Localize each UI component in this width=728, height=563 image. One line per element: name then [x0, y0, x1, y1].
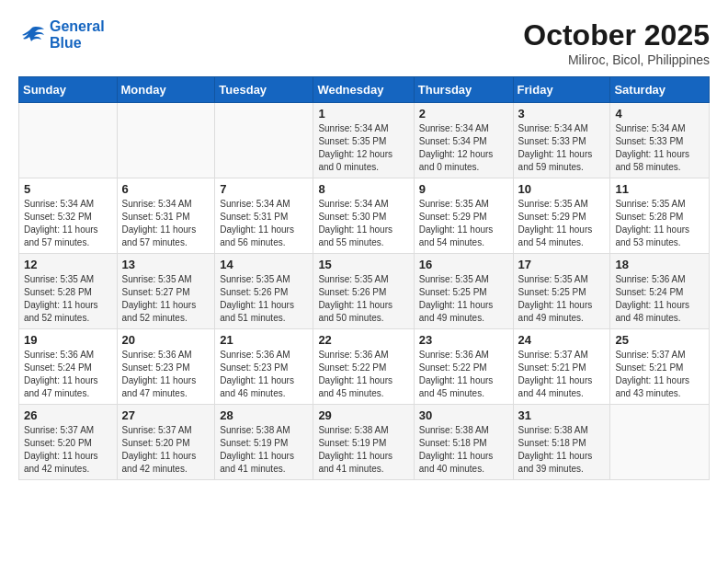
- calendar-cell: 11Sunrise: 5:35 AMSunset: 5:28 PMDayligh…: [610, 178, 710, 254]
- calendar-week-row: 5Sunrise: 5:34 AMSunset: 5:32 PMDaylight…: [19, 178, 710, 254]
- calendar-cell: 10Sunrise: 5:35 AMSunset: 5:29 PMDayligh…: [513, 178, 610, 254]
- calendar-cell: 12Sunrise: 5:35 AMSunset: 5:28 PMDayligh…: [19, 254, 118, 329]
- calendar-cell: 18Sunrise: 5:36 AMSunset: 5:24 PMDayligh…: [610, 254, 710, 329]
- day-info: Sunrise: 5:36 AMSunset: 5:22 PMDaylight:…: [419, 349, 508, 400]
- day-info: Sunrise: 5:34 AMSunset: 5:33 PMDaylight:…: [615, 122, 704, 174]
- header: General Blue October 2025 Miliroc, Bicol…: [18, 18, 710, 67]
- calendar-cell: 30Sunrise: 5:38 AMSunset: 5:18 PMDayligh…: [414, 405, 513, 480]
- day-info: Sunrise: 5:34 AMSunset: 5:30 PMDaylight:…: [318, 198, 408, 249]
- day-info: Sunrise: 5:38 AMSunset: 5:19 PMDaylight:…: [318, 424, 408, 476]
- calendar-cell: 22Sunrise: 5:36 AMSunset: 5:22 PMDayligh…: [313, 329, 414, 405]
- calendar-cell: 2Sunrise: 5:34 AMSunset: 5:34 PMDaylight…: [414, 103, 513, 178]
- calendar-cell: 21Sunrise: 5:36 AMSunset: 5:23 PMDayligh…: [215, 329, 313, 405]
- day-number: 6: [122, 182, 210, 196]
- calendar-cell: 3Sunrise: 5:34 AMSunset: 5:33 PMDaylight…: [513, 103, 610, 178]
- calendar-cell: 23Sunrise: 5:36 AMSunset: 5:22 PMDayligh…: [414, 329, 513, 405]
- day-number: 25: [615, 333, 704, 347]
- day-number: 2: [419, 107, 508, 121]
- day-number: 15: [318, 258, 408, 271]
- day-number: 10: [518, 182, 606, 196]
- day-number: 7: [220, 182, 308, 196]
- calendar-cell: 9Sunrise: 5:35 AMSunset: 5:29 PMDaylight…: [414, 178, 513, 254]
- calendar-cell: 4Sunrise: 5:34 AMSunset: 5:33 PMDaylight…: [610, 103, 710, 178]
- day-info: Sunrise: 5:36 AMSunset: 5:23 PMDaylight:…: [122, 349, 210, 400]
- day-info: Sunrise: 5:35 AMSunset: 5:25 PMDaylight:…: [518, 273, 606, 325]
- calendar-cell: 1Sunrise: 5:34 AMSunset: 5:35 PMDaylight…: [313, 103, 414, 178]
- calendar-cell: 14Sunrise: 5:35 AMSunset: 5:26 PMDayligh…: [215, 254, 313, 329]
- day-number: 24: [518, 333, 606, 347]
- logo-icon: [18, 24, 46, 46]
- calendar-cell: 29Sunrise: 5:38 AMSunset: 5:19 PMDayligh…: [313, 405, 414, 480]
- calendar-cell: 15Sunrise: 5:35 AMSunset: 5:26 PMDayligh…: [313, 254, 414, 329]
- day-number: 20: [122, 333, 210, 347]
- calendar-week-row: 26Sunrise: 5:37 AMSunset: 5:20 PMDayligh…: [19, 405, 710, 480]
- day-number: 12: [24, 258, 112, 271]
- day-info: Sunrise: 5:35 AMSunset: 5:28 PMDaylight:…: [24, 273, 112, 325]
- day-info: Sunrise: 5:38 AMSunset: 5:18 PMDaylight:…: [518, 424, 606, 476]
- calendar-cell: 20Sunrise: 5:36 AMSunset: 5:23 PMDayligh…: [117, 329, 215, 405]
- calendar-cell: 28Sunrise: 5:38 AMSunset: 5:19 PMDayligh…: [215, 405, 313, 480]
- day-number: 14: [220, 258, 308, 271]
- day-number: 11: [615, 182, 704, 196]
- day-info: Sunrise: 5:34 AMSunset: 5:32 PMDaylight:…: [24, 198, 112, 249]
- day-number: 1: [318, 107, 408, 121]
- day-info: Sunrise: 5:37 AMSunset: 5:20 PMDaylight:…: [24, 424, 112, 476]
- month-title: October 2025: [523, 18, 710, 52]
- weekday-header-tuesday: Tuesday: [215, 77, 313, 103]
- day-number: 22: [318, 333, 408, 347]
- logo: General Blue: [18, 18, 105, 51]
- day-number: 26: [24, 408, 112, 422]
- calendar-week-row: 1Sunrise: 5:34 AMSunset: 5:35 PMDaylight…: [19, 103, 710, 178]
- day-info: Sunrise: 5:36 AMSunset: 5:24 PMDaylight:…: [615, 273, 704, 325]
- calendar-cell: 16Sunrise: 5:35 AMSunset: 5:25 PMDayligh…: [414, 254, 513, 329]
- day-info: Sunrise: 5:35 AMSunset: 5:26 PMDaylight:…: [220, 273, 308, 325]
- day-info: Sunrise: 5:38 AMSunset: 5:18 PMDaylight:…: [419, 424, 508, 476]
- calendar-cell: [610, 405, 710, 480]
- day-info: Sunrise: 5:37 AMSunset: 5:21 PMDaylight:…: [518, 349, 606, 400]
- day-info: Sunrise: 5:37 AMSunset: 5:21 PMDaylight:…: [615, 349, 704, 400]
- calendar-table: SundayMondayTuesdayWednesdayThursdayFrid…: [18, 76, 710, 480]
- calendar-cell: 17Sunrise: 5:35 AMSunset: 5:25 PMDayligh…: [513, 254, 610, 329]
- day-info: Sunrise: 5:36 AMSunset: 5:22 PMDaylight:…: [318, 349, 408, 400]
- day-info: Sunrise: 5:34 AMSunset: 5:31 PMDaylight:…: [220, 198, 308, 249]
- day-info: Sunrise: 5:37 AMSunset: 5:20 PMDaylight:…: [122, 424, 210, 476]
- calendar-cell: 25Sunrise: 5:37 AMSunset: 5:21 PMDayligh…: [610, 329, 710, 405]
- weekday-header-saturday: Saturday: [610, 77, 710, 103]
- calendar-cell: 31Sunrise: 5:38 AMSunset: 5:18 PMDayligh…: [513, 405, 610, 480]
- calendar-cell: 26Sunrise: 5:37 AMSunset: 5:20 PMDayligh…: [19, 405, 118, 480]
- day-info: Sunrise: 5:38 AMSunset: 5:19 PMDaylight:…: [220, 424, 308, 476]
- day-number: 28: [220, 408, 308, 422]
- weekday-header-friday: Friday: [513, 77, 610, 103]
- calendar-week-row: 12Sunrise: 5:35 AMSunset: 5:28 PMDayligh…: [19, 254, 710, 329]
- day-info: Sunrise: 5:35 AMSunset: 5:28 PMDaylight:…: [615, 198, 704, 249]
- day-info: Sunrise: 5:35 AMSunset: 5:29 PMDaylight:…: [518, 198, 606, 249]
- calendar-week-row: 19Sunrise: 5:36 AMSunset: 5:24 PMDayligh…: [19, 329, 710, 405]
- day-number: 16: [419, 258, 508, 271]
- calendar-cell: [19, 103, 118, 178]
- day-number: 3: [518, 107, 606, 121]
- day-number: 17: [518, 258, 606, 271]
- calendar-cell: 8Sunrise: 5:34 AMSunset: 5:30 PMDaylight…: [313, 178, 414, 254]
- title-area: October 2025 Miliroc, Bicol, Philippines: [523, 18, 710, 67]
- day-number: 8: [318, 182, 408, 196]
- day-info: Sunrise: 5:34 AMSunset: 5:35 PMDaylight:…: [318, 122, 408, 174]
- day-number: 31: [518, 408, 606, 422]
- weekday-header-sunday: Sunday: [19, 77, 118, 103]
- day-number: 27: [122, 408, 210, 422]
- day-number: 18: [615, 258, 704, 271]
- calendar-cell: 7Sunrise: 5:34 AMSunset: 5:31 PMDaylight…: [215, 178, 313, 254]
- calendar-cell: 6Sunrise: 5:34 AMSunset: 5:31 PMDaylight…: [117, 178, 215, 254]
- day-number: 5: [24, 182, 112, 196]
- calendar-cell: 19Sunrise: 5:36 AMSunset: 5:24 PMDayligh…: [19, 329, 118, 405]
- day-info: Sunrise: 5:35 AMSunset: 5:26 PMDaylight:…: [318, 273, 408, 325]
- day-number: 19: [24, 333, 112, 347]
- calendar-cell: 13Sunrise: 5:35 AMSunset: 5:27 PMDayligh…: [117, 254, 215, 329]
- day-info: Sunrise: 5:36 AMSunset: 5:24 PMDaylight:…: [24, 349, 112, 400]
- day-number: 30: [419, 408, 508, 422]
- day-info: Sunrise: 5:35 AMSunset: 5:27 PMDaylight:…: [122, 273, 210, 325]
- day-info: Sunrise: 5:35 AMSunset: 5:29 PMDaylight:…: [419, 198, 508, 249]
- location-subtitle: Miliroc, Bicol, Philippines: [523, 52, 710, 67]
- calendar-body: 1Sunrise: 5:34 AMSunset: 5:35 PMDaylight…: [19, 103, 710, 480]
- day-number: 4: [615, 107, 704, 121]
- calendar-cell: 24Sunrise: 5:37 AMSunset: 5:21 PMDayligh…: [513, 329, 610, 405]
